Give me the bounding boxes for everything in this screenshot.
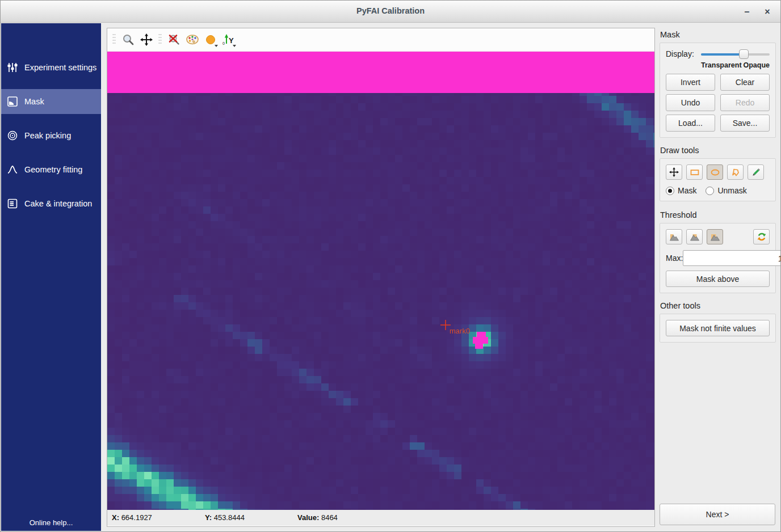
histogram-above-icon [710,233,720,242]
display-opacity-slider[interactable] [701,49,770,59]
mask-groupbox: Display: Transparent Opaque Invert Clear… [660,43,776,138]
mask-not-finite-button[interactable]: Mask not finite values [666,320,770,336]
list-box-icon [7,198,18,209]
slider-fill [701,53,744,56]
y-axis-orientation-button[interactable]: Y 0 [220,31,237,48]
invert-button[interactable]: Invert [666,74,715,91]
sidebar: Experiment settings Mask Peak picking [1,23,101,531]
status-value-value: 8464 [321,513,338,522]
app-window: PyFAI Calibration – × Experiment setting… [0,0,781,532]
pan-tool-button[interactable] [666,164,682,180]
redo-button: Redo [720,94,770,111]
other-tools-section-title: Other tools [660,301,776,310]
sidebar-item-label: Geometry fitting [24,165,82,174]
colormap-button[interactable] [184,31,200,48]
titlebar: PyFAI Calibration – × [1,1,780,23]
status-y: Y: 453.8444 [205,513,245,522]
svg-text:0: 0 [222,41,225,45]
plot-panel: Y 0 mark0 X: 664.1927 Y: 453.8444 Value:… [107,28,655,527]
next-button[interactable]: Next > [660,504,775,525]
move-icon [669,167,679,177]
pencil-tool-button[interactable] [748,164,764,180]
mask-radio[interactable] [666,187,674,195]
marker-color-icon [206,35,215,44]
mask-tools-panel: Mask Display: Transparent Opaque Invert … [655,28,781,531]
unmask-radio-label: Unmask [717,186,746,195]
ellipse-tool-button[interactable] [707,164,723,180]
opaque-label: Opaque [743,61,770,69]
toolbar-grip[interactable] [158,32,162,47]
load-button[interactable]: Load... [666,115,715,132]
sidebar-item-peak-picking[interactable]: Peak picking [1,123,101,148]
status-value-label: Value: [297,513,319,522]
draw-tools-section-title: Draw tools [660,146,776,155]
draw-tools-groupbox: Mask Unmask [660,158,776,201]
clear-button[interactable]: Clear [720,74,770,91]
mask-below-threshold-button[interactable] [666,229,682,244]
status-x-value: 664.1927 [121,513,152,522]
refresh-icon [757,232,767,242]
minimize-button[interactable]: – [740,5,754,19]
unmask-radio[interactable] [706,187,714,195]
concentric-rings-icon [7,130,18,141]
palette-icon [186,33,199,46]
threshold-groupbox: Max: Mask above [660,223,776,293]
sidebar-item-mask[interactable]: Mask [1,89,101,114]
refresh-threshold-button[interactable] [753,229,770,244]
sidebar-item-label: Cake & integration [24,199,92,208]
pan-icon [140,33,153,46]
slider-handle[interactable] [739,49,749,59]
save-button[interactable]: Save... [720,115,770,132]
sidebar-item-experiment-settings[interactable]: Experiment settings [1,55,101,80]
pencil-icon [751,168,761,177]
plot-toolbar: Y 0 [107,28,654,52]
toolbar-grip[interactable] [112,32,116,47]
mask-between-threshold-button[interactable] [686,229,703,244]
reset-zoom-button[interactable] [166,31,182,48]
sidebar-item-label: Experiment settings [24,63,96,72]
undo-button[interactable]: Undo [666,94,715,111]
polygon-icon [730,168,741,177]
histogram-below-icon [669,233,679,242]
mark0-label: mark0 [450,327,470,335]
sidebar-item-geometry-fitting[interactable]: Geometry fitting [1,157,101,182]
threshold-section-title: Threshold [660,210,776,219]
chevron-down-icon [215,45,218,47]
display-label: Display: [666,49,701,58]
detector-image-view[interactable]: mark0 [107,52,654,510]
status-x: X: 664.1927 [112,513,152,522]
sidebar-item-label: Mask [24,97,44,106]
svg-text:Y: Y [229,36,234,45]
mask-section-title: Mask [660,30,776,39]
mask-image-icon [7,96,18,107]
chevron-down-icon [233,45,236,47]
mask-above-threshold-button[interactable] [707,229,723,244]
y-axis-orientation-icon: Y 0 [222,33,236,46]
polygon-tool-button[interactable] [727,164,744,180]
ellipse-icon [710,168,720,177]
detector-image-canvas[interactable] [107,52,654,510]
sidebar-item-label: Peak picking [24,131,71,140]
other-tools-groupbox: Mask not finite values [660,314,776,343]
histogram-between-icon [690,233,700,242]
sliders-icon [7,62,18,73]
max-threshold-input[interactable] [683,250,781,266]
status-value: Value: 8464 [297,513,338,522]
zoom-icon [122,33,135,46]
status-x-label: X: [112,513,119,522]
zoom-mode-button[interactable] [120,31,136,48]
pan-mode-button[interactable] [138,31,154,48]
rectangle-icon [690,168,700,177]
close-button[interactable]: × [760,5,775,19]
status-y-value: 453.8444 [214,513,245,522]
online-help-link[interactable]: Online help... [1,518,101,527]
sidebar-item-cake-integration[interactable]: Cake & integration [1,191,101,216]
marker-color-button[interactable] [202,31,219,48]
transparent-label: Transparent [701,61,742,69]
peak-curve-icon [7,164,18,175]
rectangle-tool-button[interactable] [686,164,703,180]
mask-radio-label: Mask [678,186,696,195]
statusbar: X: 664.1927 Y: 453.8444 Value: 8464 [107,510,654,526]
window-title: PyFAI Calibration [1,6,780,15]
mask-above-button[interactable]: Mask above [666,271,770,287]
